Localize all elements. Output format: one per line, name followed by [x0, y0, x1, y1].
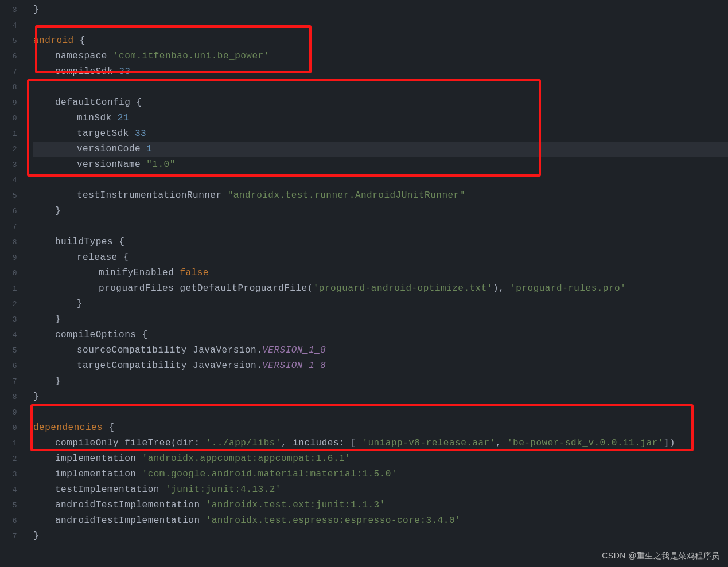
- line-number: 3: [0, 312, 17, 327]
- line-number: 4: [0, 482, 17, 498]
- line-number: 9: [0, 405, 17, 420]
- code-line: release {: [33, 250, 728, 265]
- line-number-gutter: 34567890123456789012345678901234567: [0, 0, 22, 567]
- line-number: 3: [0, 157, 17, 173]
- line-number: 5: [0, 188, 17, 204]
- code-line: versionCode 1: [33, 142, 728, 157]
- code-line: [33, 173, 728, 188]
- code-line: testImplementation 'junit:junit:4.13.2': [33, 482, 728, 498]
- code-area[interactable]: } android { namespace 'com.itfenbao.uni.…: [33, 0, 728, 544]
- code-line: sourceCompatibility JavaVersion.VERSION_…: [33, 343, 728, 358]
- code-line: }: [33, 374, 728, 389]
- code-line: compileOptions {: [33, 327, 728, 343]
- code-line: implementation 'com.google.android.mater…: [33, 467, 728, 482]
- code-line: minifyEnabled false: [33, 265, 728, 281]
- code-line: namespace 'com.itfenbao.uni.be_power': [33, 49, 728, 64]
- line-number: 6: [0, 49, 17, 64]
- code-line: }: [33, 2, 728, 18]
- code-line: }: [33, 204, 728, 219]
- line-number: 7: [0, 374, 17, 389]
- line-number: 1: [0, 281, 17, 296]
- line-number: 3: [0, 467, 17, 482]
- code-line: buildTypes {: [33, 234, 728, 250]
- line-number: 1: [0, 126, 17, 142]
- line-number: 8: [0, 80, 17, 95]
- line-number: 0: [0, 265, 17, 281]
- line-number: 5: [0, 343, 17, 358]
- line-number: 7: [0, 529, 17, 544]
- line-number: 3: [0, 2, 17, 18]
- code-line: [33, 80, 728, 95]
- watermark-text: CSDN @重生之我是菜鸡程序员: [602, 551, 720, 561]
- line-number: 1: [0, 436, 17, 451]
- code-line: }: [33, 296, 728, 312]
- line-number: 6: [0, 513, 17, 529]
- line-number: 0: [0, 420, 17, 436]
- line-number: 2: [0, 451, 17, 467]
- code-line: compileOnly fileTree(dir: '../app/libs',…: [33, 436, 728, 451]
- line-number: 4: [0, 327, 17, 343]
- line-number: 2: [0, 296, 17, 312]
- line-number: 8: [0, 234, 17, 250]
- line-number: 5: [0, 33, 17, 49]
- code-editor[interactable]: 34567890123456789012345678901234567 } an…: [0, 0, 728, 567]
- line-number: 9: [0, 95, 17, 111]
- code-line: }: [33, 312, 728, 327]
- code-line: testInstrumentationRunner "androidx.test…: [33, 188, 728, 204]
- code-line: }: [33, 529, 728, 544]
- line-number: 7: [0, 219, 17, 234]
- code-line: targetSdk 33: [33, 126, 728, 142]
- line-number: 9: [0, 250, 17, 265]
- code-line: }: [33, 389, 728, 405]
- code-line: [33, 405, 728, 420]
- line-number: 7: [0, 64, 17, 80]
- code-line: androidTestImplementation 'androidx.test…: [33, 513, 728, 529]
- code-line: android {: [33, 33, 728, 49]
- line-number: 8: [0, 389, 17, 405]
- line-number: 6: [0, 204, 17, 219]
- code-line: implementation 'androidx.appcompat:appco…: [33, 451, 728, 467]
- code-line: [33, 219, 728, 234]
- code-line: targetCompatibility JavaVersion.VERSION_…: [33, 358, 728, 374]
- line-number: 6: [0, 358, 17, 374]
- code-line: compileSdk 33: [33, 64, 728, 80]
- line-number: 4: [0, 18, 17, 33]
- code-line: versionName "1.0": [33, 157, 728, 173]
- code-line: [33, 18, 728, 33]
- code-line: defaultConfig {: [33, 95, 728, 111]
- code-line: minSdk 21: [33, 111, 728, 126]
- line-number: 2: [0, 142, 17, 157]
- code-line: androidTestImplementation 'androidx.test…: [33, 498, 728, 513]
- code-line: dependencies {: [33, 420, 728, 436]
- line-number: 4: [0, 173, 17, 188]
- line-number: 0: [0, 111, 17, 126]
- code-line: proguardFiles getDefaultProguardFile('pr…: [33, 281, 728, 296]
- line-number: 5: [0, 498, 17, 513]
